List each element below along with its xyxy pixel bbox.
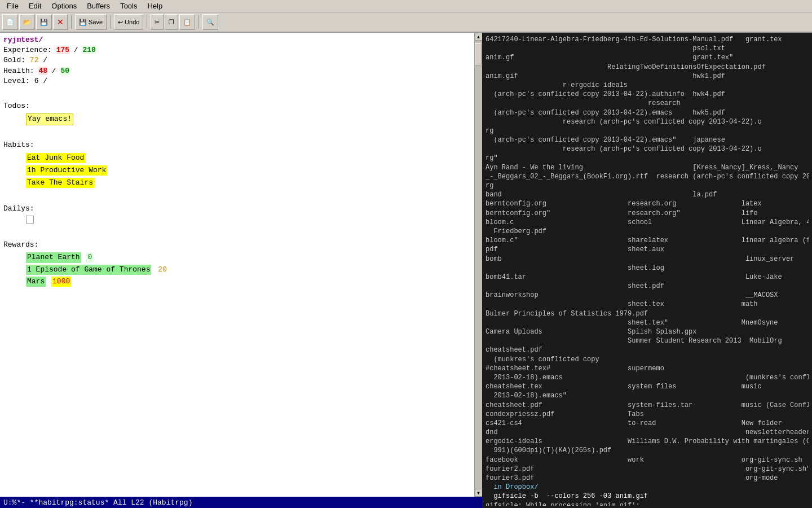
open-file-button[interactable]: 📂 [19, 14, 35, 30]
list-item: (arch-pc's conflicted copy 2013-04-22).e… [486, 135, 809, 144]
save-disk-button[interactable]: 💾 [36, 14, 52, 30]
list-item: facebook work org-git-sync.sh [486, 456, 809, 465]
list-item: Take The Stairs [26, 177, 471, 189]
list-item: sheet.tex" MnemOsyne [486, 318, 809, 327]
gold-sep: / [43, 56, 47, 64]
menu-help[interactable]: Help [143, 1, 167, 11]
list-item: 2013-02-18).emacs" [486, 391, 809, 400]
list-item: dnd newsletterheader_sm_c.1.jpg [486, 428, 809, 437]
health-line: Health: 48 / 50 [3, 66, 471, 76]
list-item: #cheatsheet.tex# supermemo [486, 364, 809, 373]
menu-options[interactable]: Options [47, 1, 81, 11]
gold-label: Gold: [3, 56, 25, 64]
left-scrollbar[interactable]: ▲ ▼ [474, 33, 482, 497]
habit-productive-work[interactable]: 1h Productive Work [26, 165, 107, 176]
habit-eat-junk-food[interactable]: Eat Junk Food [26, 153, 85, 163]
list-item: cheatsheet.pdf system-files.tar music (C… [486, 401, 809, 410]
cut-button[interactable]: ✂ [151, 14, 164, 30]
level-value: 6 [34, 77, 39, 85]
rewards-list: Planet Earth 0 1 Episode of Game of Thro… [3, 252, 471, 287]
exp-label: Experience: [3, 46, 52, 54]
list-item: Camera Uploads Splish Splash.gpx [486, 327, 809, 336]
todos-list: Yay emacs! [3, 113, 471, 125]
health-max: 50 [60, 67, 69, 75]
toolbar-sep-1 [71, 15, 72, 29]
save-label: Save [89, 19, 103, 25]
username: ryjmtest/ [3, 36, 43, 44]
toolbar: 📄 📂 💾 ✕ 💾 Save ↩ Undo ✂ ❐ 📋 🔍 [0, 12, 812, 33]
list-item: anim.gif hwk1.pdf [486, 72, 809, 81]
new-file-icon: 📄 [6, 19, 14, 26]
list-item: brainworkshop __MACOSX [486, 291, 809, 300]
status-bar: U:%*- **habitrpg:status* All L22 (Habitr… [0, 497, 482, 508]
list-item: in Dropbox/ [486, 483, 809, 492]
list-item: rg [486, 181, 809, 190]
list-item: psol.txt [486, 44, 809, 53]
save-disk-icon: 💾 [40, 19, 48, 26]
dailys-section: Dailys: [3, 204, 471, 225]
scroll-track[interactable] [475, 41, 482, 489]
toolbar-sep-2 [110, 15, 111, 29]
menu-file[interactable]: File [2, 1, 23, 11]
list-item: 64217240-Linear-Algebra-Friedberg-4th-Ed… [486, 35, 809, 44]
list-item: 991)(600dpi)(T)(KA)(265s).pdf [486, 446, 809, 455]
copy-button[interactable]: ❐ [165, 14, 178, 30]
save-label-button[interactable]: 💾 Save [75, 14, 107, 30]
list-item: fourier2.pdf org-git-sync.sh" [486, 465, 809, 474]
menu-buffers[interactable]: Buffers [82, 1, 114, 11]
scroll-thumb[interactable] [475, 43, 482, 65]
list-item: pdf sheet.aux [486, 245, 809, 254]
terminal-panel[interactable]: 64217240-Linear-Algebra-Friedberg-4th-Ed… [482, 33, 812, 508]
habit-take-stairs[interactable]: Take The Stairs [26, 178, 94, 188]
menubar: File Edit Options Buffers Tools Help [0, 0, 812, 12]
reward-planet-earth[interactable]: Planet Earth [26, 252, 81, 262]
habits-label: Habits: [3, 140, 471, 150]
daily-checkbox[interactable] [26, 216, 34, 224]
list-item: rg" [486, 154, 809, 163]
reward-cost-1000: 1000 [51, 277, 71, 287]
scroll-down-arrow[interactable]: ▼ [475, 489, 483, 497]
username-line: ryjmtest/ [3, 35, 471, 45]
level-line: Level: 6 / [3, 76, 471, 86]
list-item: sheet.pdf [486, 282, 809, 291]
new-file-button[interactable]: 📄 [2, 14, 18, 30]
habits-section: Habits: Eat Junk Food 1h Productive Work… [3, 140, 471, 189]
scroll-up-arrow[interactable]: ▲ [475, 33, 483, 41]
list-item: RelatingTwoDefinitionsOfExpectation.pdf [486, 63, 809, 72]
list-item: research (arch-pc's conflicted copy 2013… [486, 144, 809, 154]
terminal-content: 64217240-Linear-Algebra-Friedberg-4th-Ed… [486, 35, 809, 506]
experience-line: Experience: 175 / 210 [3, 45, 471, 55]
exp-current: 175 [56, 46, 69, 54]
paste-button[interactable]: 📋 [179, 14, 195, 30]
list-item: cs421-cs4 to-read New folder [486, 419, 809, 428]
list-item: gifsicle -b --colors 256 -03 anim.gif [486, 492, 809, 501]
search-button[interactable]: 🔍 [202, 14, 218, 30]
list-item: Planet Earth 0 [26, 252, 471, 262]
dailys-label: Dailys: [3, 204, 471, 214]
level-label: Level: [3, 77, 30, 85]
list-item: rg [486, 126, 809, 135]
reward-mars[interactable]: Mars [26, 277, 46, 287]
list-item: band la.pdf [486, 190, 809, 199]
list-item: bloom.c school Linear Algebra, 4th Editi… [486, 218, 809, 227]
list-item: cheatsheet.pdf [486, 345, 809, 354]
menu-tools[interactable]: Tools [116, 1, 142, 11]
emacs-buffer[interactable]: ryjmtest/ Experience: 175 / 210 Gold: 72… [0, 33, 474, 497]
rewards-label: Rewards: [3, 240, 471, 250]
list-item: research (arch-pc's conflicted copy 2013… [486, 117, 809, 126]
health-label: Health: [3, 67, 34, 75]
reward-game-of-thrones[interactable]: 1 Episode of Game of Thrones [26, 265, 151, 275]
undo-button[interactable]: ↩ Undo [114, 14, 143, 30]
todo-item-yay[interactable]: Yay emacs! [26, 113, 73, 125]
reward-cost-20: 20 [157, 265, 168, 275]
undo-icon: ↩ [118, 19, 123, 26]
close-x-button[interactable]: ✕ [53, 14, 68, 30]
menu-edit[interactable]: Edit [24, 1, 46, 11]
list-item: ergodic-ideals Williams D.W. Probability… [486, 437, 809, 446]
list-item: (arch-pc's conflicted copy 2013-04-22).e… [486, 108, 809, 117]
exp-sep: / [74, 46, 78, 54]
list-item: Friedberg.pdf [486, 227, 809, 236]
list-item: berntconfig.org" research.org" life [486, 209, 809, 218]
rewards-section: Rewards: Planet Earth 0 1 Episode of Gam… [3, 240, 471, 287]
gold-line: Gold: 72 / [3, 55, 471, 65]
